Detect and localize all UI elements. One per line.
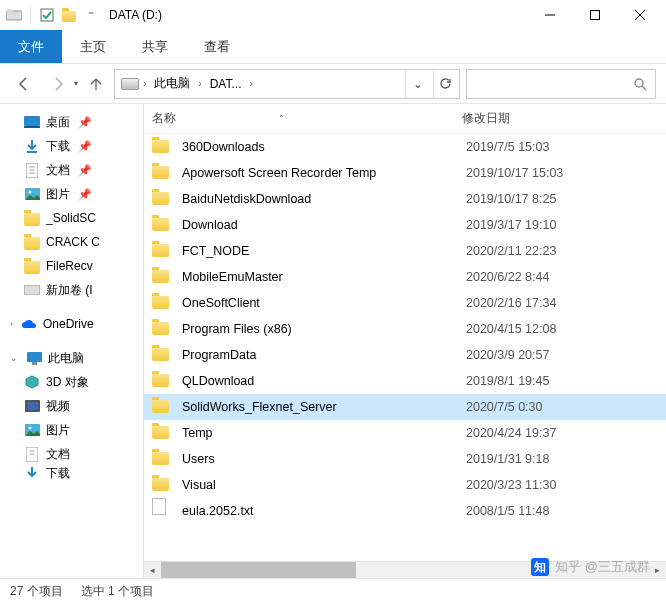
- downloads-icon: [24, 138, 40, 154]
- svg-rect-0: [6, 11, 22, 20]
- breadcrumb-sep-icon[interactable]: ›: [143, 78, 146, 89]
- onedrive-icon: [21, 316, 37, 332]
- file-list[interactable]: 360Downloads2019/7/5 15:03Apowersoft Scr…: [144, 134, 666, 561]
- file-date: 2019/3/17 19:10: [466, 218, 666, 232]
- scroll-right-icon[interactable]: ▸: [649, 562, 666, 579]
- zhihu-logo-icon: 知: [531, 558, 549, 576]
- back-button[interactable]: [10, 70, 38, 98]
- nav-downloads[interactable]: 下载📌: [0, 134, 143, 158]
- forward-button[interactable]: [44, 70, 72, 98]
- expand-icon[interactable]: ›: [10, 319, 13, 329]
- file-name: 360Downloads: [182, 140, 466, 154]
- qat-folder-icon[interactable]: [59, 5, 79, 25]
- nav-folder[interactable]: FileRecv: [0, 254, 143, 278]
- nav-label: 3D 对象: [46, 374, 89, 391]
- search-input[interactable]: [466, 69, 656, 99]
- file-row[interactable]: ProgramData2020/3/9 20:57: [144, 342, 666, 368]
- file-row[interactable]: Download2019/3/17 19:10: [144, 212, 666, 238]
- nav-drive[interactable]: 新加卷 (I: [0, 278, 143, 302]
- maximize-button[interactable]: [572, 0, 617, 30]
- nav-documents[interactable]: 文档📌: [0, 158, 143, 182]
- file-name: Temp: [182, 426, 466, 440]
- file-name: QLDownload: [182, 374, 466, 388]
- nav-label: 下载: [46, 466, 70, 480]
- folder-icon: [24, 258, 40, 274]
- nav-pictures[interactable]: 图片📌: [0, 182, 143, 206]
- nav-documents2[interactable]: 文档: [0, 442, 143, 466]
- column-headers: 名称˄ 修改日期: [144, 104, 666, 134]
- nav-label: CRACK C: [46, 235, 100, 249]
- file-row[interactable]: Visual2020/3/23 11:30: [144, 472, 666, 498]
- nav-videos[interactable]: 视频: [0, 394, 143, 418]
- address-bar[interactable]: › 此电脑 › DAT... › ⌄: [114, 69, 460, 99]
- file-row[interactable]: 360Downloads2019/7/5 15:03: [144, 134, 666, 160]
- nav-pictures2[interactable]: 图片: [0, 418, 143, 442]
- file-date: 2020/4/15 12:08: [466, 322, 666, 336]
- breadcrumb-sep-icon[interactable]: ›: [198, 78, 201, 89]
- scroll-left-icon[interactable]: ◂: [144, 562, 161, 579]
- breadcrumb-data[interactable]: DAT...: [206, 77, 246, 91]
- pin-icon: 📌: [78, 164, 92, 177]
- breadcrumb-thispc[interactable]: 此电脑: [150, 75, 194, 92]
- history-dropdown-icon[interactable]: ▾: [74, 79, 78, 88]
- file-date: 2020/4/24 19:37: [466, 426, 666, 440]
- qat-overflow-icon[interactable]: ⁼: [81, 5, 101, 25]
- file-row[interactable]: SolidWorks_Flexnet_Server2020/7/5 0:30: [144, 394, 666, 420]
- nav-folder[interactable]: _SolidSC: [0, 206, 143, 230]
- svg-rect-22: [27, 402, 38, 410]
- file-row[interactable]: BaiduNetdiskDownload2019/10/17 8:25: [144, 186, 666, 212]
- tab-view[interactable]: 查看: [186, 30, 248, 63]
- minimize-button[interactable]: [527, 0, 572, 30]
- tab-share[interactable]: 共享: [124, 30, 186, 63]
- scrollbar-thumb[interactable]: [161, 562, 356, 578]
- folder-icon: [152, 372, 170, 390]
- file-name: MobileEmuMaster: [182, 270, 466, 284]
- folder-icon: [152, 242, 170, 260]
- videos-icon: [24, 398, 40, 414]
- svg-rect-10: [24, 126, 40, 128]
- nav-downloads2[interactable]: 下载: [0, 466, 143, 480]
- up-button[interactable]: [84, 72, 108, 96]
- close-button[interactable]: [617, 0, 662, 30]
- file-name: Download: [182, 218, 466, 232]
- drive-icon: [121, 78, 139, 90]
- nav-onedrive[interactable]: ›OneDrive: [0, 312, 143, 336]
- nav-desktop[interactable]: 桌面📌: [0, 110, 143, 134]
- pictures-icon: [24, 422, 40, 438]
- file-date: 2019/10/17 8:25: [466, 192, 666, 206]
- file-row[interactable]: Program Files (x86)2020/4/15 12:08: [144, 316, 666, 342]
- breadcrumb-sep-icon[interactable]: ›: [249, 78, 252, 89]
- tab-home[interactable]: 主页: [62, 30, 124, 63]
- file-row[interactable]: Temp2020/4/24 19:37: [144, 420, 666, 446]
- file-row[interactable]: FCT_NODE2020/2/11 22:23: [144, 238, 666, 264]
- nav-label: 新加卷 (I: [46, 282, 93, 299]
- refresh-button[interactable]: [433, 70, 457, 98]
- drive-icon: [24, 282, 40, 298]
- item-count: 27 个项目: [10, 583, 63, 600]
- folder-icon: [152, 320, 170, 338]
- tab-file[interactable]: 文件: [0, 30, 62, 63]
- address-dropdown-icon[interactable]: ⌄: [405, 70, 429, 98]
- svg-point-24: [28, 427, 31, 430]
- nav-folder[interactable]: CRACK C: [0, 230, 143, 254]
- file-row[interactable]: eula.2052.txt2008/1/5 11:48: [144, 498, 666, 516]
- nav-3d-objects[interactable]: 3D 对象: [0, 370, 143, 394]
- desktop-icon: [24, 114, 40, 130]
- file-date: 2020/7/5 0:30: [466, 400, 666, 414]
- file-name: BaiduNetdiskDownload: [182, 192, 466, 206]
- column-date[interactable]: 修改日期: [462, 110, 666, 127]
- file-row[interactable]: OneSoftClient2020/2/16 17:34: [144, 290, 666, 316]
- nav-thispc[interactable]: ⌄此电脑: [0, 346, 143, 370]
- file-name: eula.2052.txt: [182, 504, 466, 516]
- column-name[interactable]: 名称˄: [152, 110, 462, 127]
- navigation-pane: 桌面📌 下载📌 文档📌 图片📌 _SolidSC CRACK C FileRec…: [0, 104, 144, 578]
- file-row[interactable]: MobileEmuMaster2020/6/22 8:44: [144, 264, 666, 290]
- watermark-text: 知乎 @三五成群: [555, 558, 650, 576]
- nav-label: FileRecv: [46, 259, 93, 273]
- collapse-icon[interactable]: ⌄: [10, 353, 18, 363]
- qat-checkbox-icon[interactable]: [37, 5, 57, 25]
- file-row[interactable]: Apowersoft Screen Recorder Temp2019/10/1…: [144, 160, 666, 186]
- file-row[interactable]: QLDownload2019/8/1 19:45: [144, 368, 666, 394]
- file-row[interactable]: Users2019/1/31 9:18: [144, 446, 666, 472]
- nav-label: 此电脑: [48, 350, 84, 367]
